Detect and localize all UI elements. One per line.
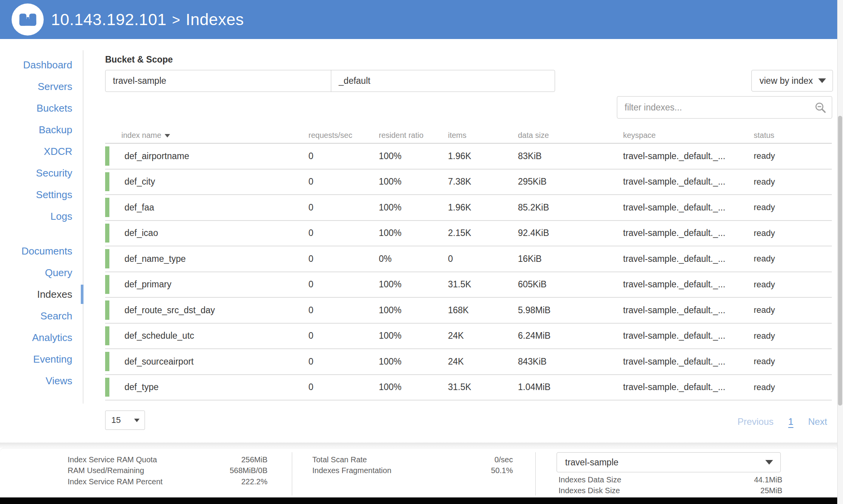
- cell-keyspace: travel-sample._default._...: [623, 228, 754, 238]
- table-header-row: index name requests/sec resident ratio i…: [105, 127, 832, 144]
- cell-status: ready: [754, 331, 843, 341]
- table-row[interactable]: def_name_type 0 0% 0 16KiB travel-sample…: [105, 246, 832, 272]
- column-header-label: resident ratio: [379, 131, 424, 140]
- cell-items: 168K: [448, 305, 518, 316]
- cell-items: 24K: [448, 331, 518, 341]
- cell-requests-per-sec: 0: [308, 202, 379, 213]
- scope-select[interactable]: _default: [331, 70, 555, 92]
- indexes-table: index name requests/sec resident ratio i…: [105, 127, 832, 400]
- index-name-text: def_route_src_dst_day: [124, 305, 215, 315]
- sidebar-item-label: Dashboard: [23, 59, 72, 71]
- cell-resident-ratio: 100%: [379, 356, 448, 367]
- column-header-data-size: data size: [518, 131, 623, 140]
- cell-data-size: 85.2KiB: [518, 202, 623, 213]
- bottom-black-bar: [0, 497, 843, 504]
- sidebar-item-label: Eventing: [33, 353, 72, 365]
- cell-index-name: def_faa: [105, 202, 308, 213]
- index-health-bar: [105, 198, 109, 217]
- sidebar-item[interactable]: XDCR: [0, 141, 83, 162]
- stat-label: RAM Used/Remaining: [68, 466, 144, 475]
- cell-data-size: 6.24MiB: [518, 331, 623, 341]
- view-by-select[interactable]: view by index: [751, 70, 833, 92]
- sidebar-item[interactable]: Dashboard: [0, 54, 83, 76]
- sidebar-item[interactable]: Views: [0, 370, 83, 392]
- sidebar-item[interactable]: Indexes: [0, 283, 83, 305]
- sidebar-item[interactable]: Analytics: [0, 327, 83, 348]
- stat-value: 568MiB/0B: [230, 466, 267, 475]
- sidebar-group-cluster: Dashboard Servers Buckets Backup XDCR: [0, 54, 83, 227]
- cell-data-size: 843KiB: [518, 356, 623, 367]
- cell-items: 24K: [448, 356, 518, 367]
- index-health-bar: [105, 352, 109, 371]
- sidebar-item[interactable]: Settings: [0, 184, 83, 205]
- sidebar-item-label: Analytics: [32, 332, 72, 343]
- sidebar-item-label: Servers: [37, 81, 72, 92]
- footer-bucket-select[interactable]: travel-sample: [557, 452, 781, 472]
- cell-resident-ratio: 100%: [379, 382, 448, 392]
- scrollbar-thumb[interactable]: [838, 116, 842, 406]
- cell-data-size: 92.4KiB: [518, 228, 623, 238]
- table-row[interactable]: def_primary 0 100% 31.5K 605KiB travel-s…: [105, 272, 832, 298]
- couchbase-logo-icon: [12, 3, 44, 36]
- page-number-link[interactable]: 1: [788, 416, 793, 427]
- stat-value: 222.2%: [241, 477, 267, 486]
- sidebar-group-data: Documents Query Indexes Search Analytics: [0, 240, 83, 392]
- table-row[interactable]: def_faa 0 100% 1.96K 85.2KiB travel-samp…: [105, 195, 832, 221]
- column-header-label: index name: [121, 131, 161, 140]
- stat-value: 50.1%: [491, 466, 513, 475]
- table-row[interactable]: def_city 0 100% 7.38K 295KiB travel-samp…: [105, 170, 832, 195]
- sidebar-item[interactable]: Backup: [0, 119, 83, 141]
- sidebar-item[interactable]: Documents: [0, 240, 83, 262]
- next-page-link[interactable]: Next: [808, 416, 827, 427]
- column-header-label: items: [448, 131, 467, 140]
- sidebar-nav: Dashboard Servers Buckets Backup XDCR: [0, 54, 83, 392]
- sidebar-item-label: Settings: [36, 189, 72, 200]
- cell-items: 7.38K: [448, 176, 518, 187]
- index-name-text: def_sourceairport: [124, 356, 194, 367]
- index-name-text: def_type: [124, 382, 158, 392]
- table-row[interactable]: def_icao 0 100% 2.15K 92.4KiB travel-sam…: [105, 221, 832, 247]
- sidebar-item-label: Search: [41, 310, 72, 322]
- index-health-bar: [105, 326, 109, 346]
- filter-indexes-input[interactable]: [617, 97, 832, 118]
- column-header-index-name[interactable]: index name: [105, 131, 308, 140]
- page-size-select[interactable]: 15: [105, 411, 145, 430]
- stat-label: Index Service RAM Quota: [68, 455, 157, 464]
- sidebar-item[interactable]: Eventing: [0, 348, 83, 370]
- sidebar-item-label: Security: [36, 167, 72, 179]
- filter-indexes-box: [617, 96, 832, 119]
- sidebar-item[interactable]: Servers: [0, 76, 83, 97]
- table-row[interactable]: def_route_src_dst_day 0 100% 168K 5.98Mi…: [105, 298, 832, 324]
- sidebar-item[interactable]: Search: [0, 305, 83, 327]
- sidebar-item[interactable]: Buckets: [0, 97, 83, 119]
- cell-requests-per-sec: 0: [308, 228, 379, 238]
- table-row[interactable]: def_type 0 100% 31.5K 1.04MiB travel-sam…: [105, 375, 832, 401]
- bucket-select[interactable]: travel-sample: [106, 70, 331, 92]
- table-row[interactable]: def_airportname 0 100% 1.96K 83KiB trave…: [105, 144, 832, 170]
- pagination: Previous 1 Next: [737, 416, 827, 427]
- cell-requests-per-sec: 0: [308, 176, 379, 187]
- sidebar-item[interactable]: Security: [0, 162, 83, 184]
- cell-data-size: 5.98MiB: [518, 305, 623, 316]
- index-health-bar: [105, 300, 109, 320]
- cell-status: ready: [754, 280, 843, 290]
- stat-row: Indexes Disk Size 25MiB: [559, 485, 782, 497]
- sidebar-item[interactable]: Query: [0, 262, 83, 283]
- couchbase-couch-glyph: [19, 13, 37, 26]
- column-header-status: status: [754, 131, 843, 140]
- table-row[interactable]: def_sourceairport 0 100% 24K 843KiB trav…: [105, 349, 832, 375]
- view-by-value: view by index: [760, 76, 813, 86]
- cell-requests-per-sec: 0: [308, 151, 379, 161]
- previous-page-link[interactable]: Previous: [737, 416, 773, 427]
- cell-index-name: def_city: [105, 176, 308, 187]
- sidebar-item[interactable]: Logs: [0, 205, 83, 227]
- sidebar-item-label: XDCR: [44, 146, 72, 157]
- index-name-text: def_city: [124, 176, 155, 187]
- cell-resident-ratio: 100%: [379, 279, 448, 290]
- cell-items: 1.96K: [448, 151, 518, 161]
- column-header-label: data size: [518, 131, 549, 140]
- column-header-label: requests/sec: [308, 131, 352, 140]
- table-row[interactable]: def_schedule_utc 0 100% 24K 6.24MiB trav…: [105, 324, 832, 350]
- index-name-text: def_airportname: [124, 151, 189, 161]
- breadcrumb-host: 10.143.192.101: [51, 10, 167, 29]
